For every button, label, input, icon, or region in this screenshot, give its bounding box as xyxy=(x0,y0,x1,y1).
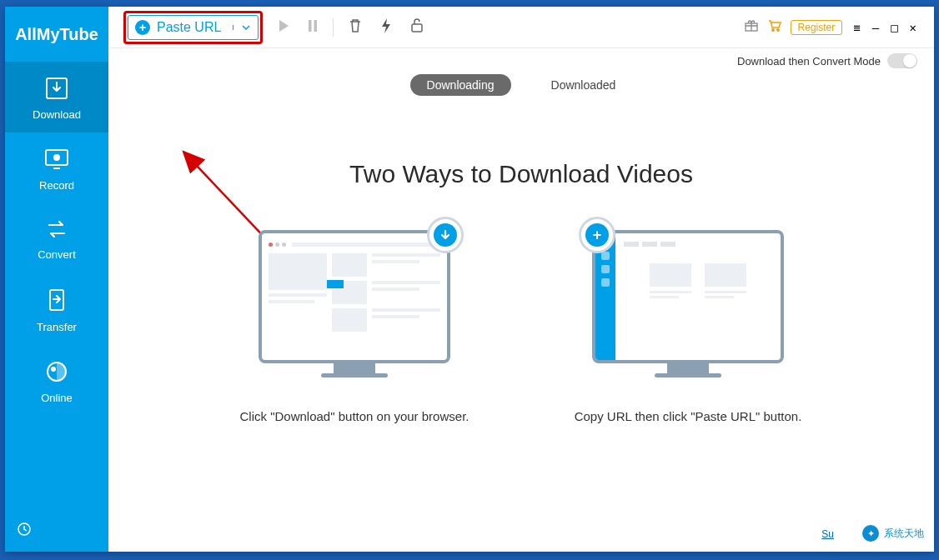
nav-label: Record xyxy=(39,179,74,192)
toolbar-right: Register ≡ – □ ✕ xyxy=(744,19,919,36)
monitor-illustration-1 xyxy=(259,230,450,378)
convert-mode-row: Download then Convert Mode xyxy=(108,48,934,68)
nav-convert[interactable]: Convert xyxy=(5,203,108,272)
convert-icon xyxy=(44,218,69,240)
way-browser: Click "Download" button on your browser. xyxy=(238,230,471,427)
download-icon xyxy=(44,77,69,100)
plus-icon: + xyxy=(593,227,602,244)
svg-rect-9 xyxy=(412,24,422,32)
nav-label: Online xyxy=(41,392,73,404)
delete-button[interactable] xyxy=(345,15,365,40)
cart-icon xyxy=(767,19,782,32)
paste-url-main[interactable]: + Paste URL xyxy=(128,20,233,35)
chevron-down-icon xyxy=(242,25,250,30)
sidebar: AllMyTube Download Record Convert Transf… xyxy=(5,7,108,552)
content: Two Ways to Download Videos xyxy=(108,102,934,552)
transfer-icon xyxy=(45,288,68,312)
monitor-illustration-2: + xyxy=(592,230,784,378)
nav-label: Convert xyxy=(38,248,76,261)
content-heading: Two Ways to Download Videos xyxy=(142,160,901,188)
turbo-button[interactable] xyxy=(377,14,395,41)
online-icon xyxy=(45,360,68,383)
paste-url-dropdown[interactable] xyxy=(233,25,258,30)
way1-text: Click "Download" button on your browser. xyxy=(238,408,471,427)
convert-mode-label: Download then Convert Mode xyxy=(737,55,881,68)
paste-url-label: Paste URL xyxy=(157,20,221,35)
svg-point-12 xyxy=(776,28,778,30)
sidebar-footer xyxy=(5,510,108,552)
way2-text: Copy URL then click "Paste URL" button. xyxy=(571,408,805,427)
nav-download[interactable]: Download xyxy=(5,62,108,132)
record-icon xyxy=(43,148,70,171)
trash-icon xyxy=(349,18,362,33)
nav: Download Record Convert Transfer Online xyxy=(5,62,108,510)
arrow-down-icon xyxy=(439,229,451,241)
maximize-button[interactable]: □ xyxy=(888,21,900,34)
nav-record[interactable]: Record xyxy=(5,132,108,203)
svg-rect-8 xyxy=(314,20,318,32)
watermark: ✦ 系统天地 xyxy=(862,525,924,542)
paste-url-highlight: + Paste URL xyxy=(123,11,263,44)
play-icon xyxy=(278,19,289,32)
download-badge xyxy=(427,217,464,253)
pause-button[interactable] xyxy=(304,16,321,39)
tab-downloading[interactable]: Downloading xyxy=(410,74,511,96)
nav-online[interactable]: Online xyxy=(5,345,108,416)
svg-point-11 xyxy=(771,28,773,30)
app-logo: AllMyTube xyxy=(5,7,108,62)
gift-icon xyxy=(744,19,759,32)
convert-mode-toggle[interactable] xyxy=(887,53,917,68)
unlock-icon xyxy=(410,18,424,33)
nav-label: Download xyxy=(33,108,81,121)
unlock-button[interactable] xyxy=(407,14,427,40)
way-paste-url: + Copy URL then click "Paste URL" button… xyxy=(571,230,805,427)
support-link[interactable]: Su xyxy=(821,528,834,540)
nav-label: Transfer xyxy=(37,321,77,333)
minimize-button[interactable]: – xyxy=(870,21,881,34)
plus-badge: + xyxy=(579,217,615,253)
main: + Paste URL xyxy=(108,7,934,552)
toolbar: + Paste URL xyxy=(108,7,934,48)
svg-point-2 xyxy=(54,155,59,160)
cart-button[interactable] xyxy=(767,19,782,36)
paste-url-button[interactable]: + Paste URL xyxy=(128,15,259,40)
close-button[interactable]: ✕ xyxy=(907,21,919,34)
svg-rect-7 xyxy=(309,20,312,32)
lightning-icon xyxy=(380,18,392,34)
tabs: Downloading Downloaded xyxy=(108,68,934,102)
gift-button[interactable] xyxy=(744,19,759,36)
pause-icon xyxy=(308,19,318,32)
divider xyxy=(333,18,334,37)
menu-button[interactable]: ≡ xyxy=(851,21,862,34)
clock-icon[interactable] xyxy=(17,522,32,537)
ways-container: Click "Download" button on your browser. xyxy=(142,230,901,427)
app-window: AllMyTube Download Record Convert Transf… xyxy=(5,7,934,552)
register-button[interactable]: Register xyxy=(791,20,843,35)
window-controls: ≡ – □ ✕ xyxy=(851,21,919,34)
svg-point-5 xyxy=(52,368,55,371)
watermark-text: 系统天地 xyxy=(884,527,924,541)
play-button[interactable] xyxy=(274,16,293,39)
watermark-icon: ✦ xyxy=(862,525,879,542)
plus-icon: + xyxy=(135,20,150,35)
tab-downloaded[interactable]: Downloaded xyxy=(535,74,633,96)
nav-transfer[interactable]: Transfer xyxy=(5,272,108,345)
